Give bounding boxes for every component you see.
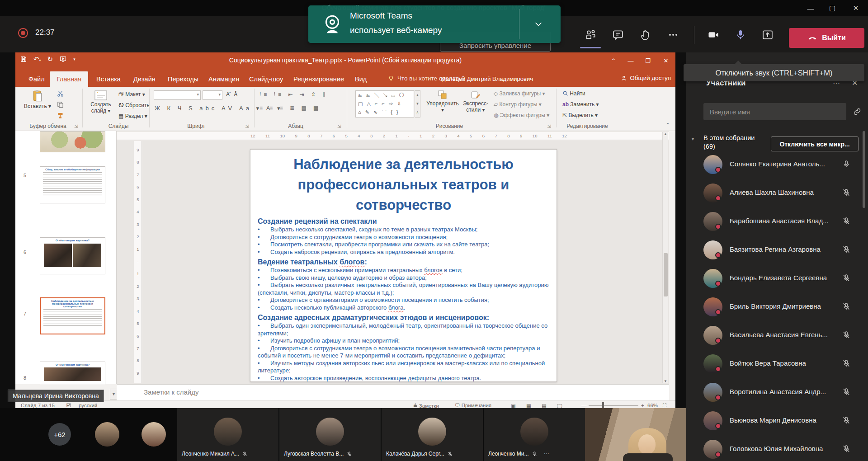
- video-tile[interactable]: Луговская Веолетта В...: [279, 408, 381, 461]
- zoom-out-button[interactable]: —: [581, 403, 587, 408]
- strip-avatar[interactable]: [95, 422, 119, 447]
- paste-button[interactable]: Вставить ▾: [24, 89, 52, 109]
- participant-row[interactable]: Войтюк Вера Тарасовна: [686, 350, 868, 378]
- mic-muted-icon[interactable]: [842, 444, 851, 453]
- align-buttons[interactable]: ≡ ≡ ≡ ≣ ▤ ▦: [259, 105, 321, 111]
- participant-row[interactable]: Васильева Анастасия Евгень...: [686, 321, 868, 350]
- font-dialog-launcher[interactable]: ⇲: [245, 124, 249, 129]
- slide-canvas[interactable]: Наблюдение за деятельностью профессионал…: [250, 149, 557, 382]
- participant-row[interactable]: Головкова Юлия Михайловна: [686, 435, 868, 461]
- status-language[interactable]: русский: [79, 403, 97, 408]
- copy-icon[interactable]: [57, 101, 64, 108]
- participant-row[interactable]: Барабошина Анастасия Влад...: [686, 207, 868, 236]
- horizontal-ruler[interactable]: 121110987654321·123456789101112: [117, 132, 669, 140]
- window-maximize-button[interactable]: ▢: [825, 2, 840, 14]
- layout-button[interactable]: 🗇 Макет ▾: [118, 91, 145, 98]
- thumbnail-slide6[interactable]: О чём говорит картинка?: [40, 237, 105, 274]
- tile-more-icon[interactable]: ⋯: [544, 451, 549, 457]
- drawing-dialog-launcher[interactable]: ⇲: [547, 124, 551, 129]
- list-buttons[interactable]: ⁞≡ ⁞≡ ⇤ ⇥ ⇕ ⫼: [259, 91, 328, 98]
- quick-styles-button[interactable]: Экспресс-стили ▾: [461, 89, 490, 113]
- mic-muted-icon[interactable]: [842, 416, 851, 425]
- section-button[interactable]: ▤ Раздел ▾: [118, 113, 147, 119]
- tab-slideshow[interactable]: Слайд-шоу: [242, 71, 290, 87]
- tab-transitions[interactable]: Переходы: [161, 71, 205, 87]
- mic-muted-icon[interactable]: [842, 216, 851, 226]
- mic-muted-icon[interactable]: [842, 302, 851, 311]
- participant-row[interactable]: Алиева Шахла Шахиновна: [686, 179, 868, 207]
- participant-row[interactable]: Солянко Екатерина Анатоль...: [686, 151, 868, 179]
- replace-button[interactable]: ab Заменить ▾: [562, 101, 599, 108]
- strip-avatar[interactable]: [142, 422, 166, 447]
- cut-icon[interactable]: [57, 90, 64, 97]
- vertical-ruler[interactable]: 987654321·123456789: [134, 141, 142, 383]
- mic-muted-icon[interactable]: [842, 387, 851, 396]
- video-tile[interactable]: Калачёва Дарья Серг...: [382, 408, 483, 461]
- font-name-combo[interactable]: [154, 90, 201, 100]
- find-button[interactable]: Найти: [562, 90, 585, 97]
- toast-chevron-down-icon[interactable]: [533, 19, 544, 29]
- mic-muted-icon[interactable]: [842, 273, 851, 282]
- shapes-gallery[interactable]: ⎁ ⎁ ╲ ↘ ▭ ◯ ▢ △ ⌐ ⌐ ⇨ ⇩ ⌂ ✎ ∿ ⌒ { }: [355, 90, 414, 118]
- participant-row[interactable]: Вьюнова Мария Денисовна: [686, 407, 868, 435]
- tab-home[interactable]: Главная: [50, 71, 88, 87]
- ppt-minimize-button[interactable]: —: [623, 52, 638, 69]
- status-comments-button[interactable]: 🗩 Примечания: [455, 403, 491, 408]
- zoom-slider-thumb[interactable]: [602, 402, 604, 408]
- shape-effects-button[interactable]: ◍ Эффекты фигуры ▾: [494, 112, 549, 118]
- overflow-participants-badge[interactable]: +62: [48, 423, 71, 446]
- slide-vertical-scrollbar[interactable]: ▲ ▼: [662, 132, 668, 383]
- notes-pane[interactable]: Заметки к слайду: [117, 384, 669, 400]
- raise-hand-button[interactable]: [635, 24, 656, 45]
- thumbnail-slide5[interactable]: Сбор, анализ и обобщение информации: [40, 166, 105, 203]
- share-screen-button[interactable]: [757, 24, 778, 45]
- tab-animations[interactable]: Анимация: [202, 71, 246, 87]
- format-painter-icon[interactable]: [57, 112, 64, 119]
- tab-design[interactable]: Дизайн: [127, 71, 162, 87]
- participant-row[interactable]: Бриль Виктория Дмитриевна: [686, 293, 868, 321]
- ribbon-display-options-icon[interactable]: ⌃: [606, 52, 621, 69]
- collapse-ribbon-icon[interactable]: ⌃: [665, 122, 670, 128]
- window-close-button[interactable]: ✕: [848, 2, 863, 14]
- ppt-close-button[interactable]: ✕: [658, 52, 674, 69]
- search-participant-input[interactable]: Введите имя: [703, 103, 846, 120]
- ppt-restore-button[interactable]: ❐: [640, 52, 656, 69]
- scrollbar-thumb[interactable]: [664, 253, 668, 296]
- account-name[interactable]: Мальцев Дмитрий Владимирович: [441, 75, 533, 82]
- mic-muted-icon[interactable]: [842, 188, 851, 197]
- mute-all-button[interactable]: Отключить все микр...: [771, 136, 859, 151]
- video-tile[interactable]: Леонченко Михаил А...: [177, 408, 278, 461]
- reset-button[interactable]: 🗘 Сбросить: [118, 102, 150, 108]
- zoom-in-button[interactable]: +: [641, 403, 644, 408]
- arrange-button[interactable]: Упорядочить ▾: [426, 89, 459, 113]
- window-minimize-button[interactable]: —: [803, 2, 818, 14]
- webcam-video-tile[interactable]: [585, 408, 686, 461]
- leave-meeting-button[interactable]: Выйти: [789, 28, 864, 48]
- mic-muted-icon[interactable]: [842, 359, 851, 368]
- new-slide-button[interactable]: Создатьслайд ▾: [87, 89, 115, 114]
- thumbnail-slide7-selected[interactable]: Наблюдение за деятельностью профессионал…: [40, 297, 105, 334]
- share-button[interactable]: Общий доступ: [621, 75, 671, 81]
- zoom-slider[interactable]: [589, 405, 638, 406]
- font-grow-shrink[interactable]: А̂ А̌: [226, 91, 239, 98]
- participant-row[interactable]: Бондарь Елизавета Сергеевна: [686, 264, 868, 293]
- webcam-toast-notification[interactable]: Microsoft Teams использует веб-камеру: [308, 5, 561, 43]
- more-options-button[interactable]: [663, 24, 684, 45]
- shapes-gallery-scroll[interactable]: ▲▼⊼: [415, 90, 420, 118]
- participants-scrollbar-thumb[interactable]: [863, 131, 865, 208]
- camera-button[interactable]: [703, 24, 724, 45]
- font-size-combo[interactable]: [203, 90, 222, 100]
- participant-row[interactable]: Баязитова Регина Азгаровна: [686, 236, 868, 264]
- spellcheck-icon[interactable]: 🗹: [66, 403, 71, 408]
- tab-review[interactable]: Рецензирование: [287, 71, 351, 87]
- tab-insert[interactable]: Вставка: [90, 71, 127, 87]
- paragraph-dialog-launcher[interactable]: ⇲: [337, 124, 341, 129]
- thumbnail-slide4-partial[interactable]: [40, 131, 105, 152]
- zoom-percent[interactable]: 66%: [647, 403, 658, 408]
- shape-fill-button[interactable]: ◇ Заливка фигуры ▾: [494, 90, 545, 97]
- section-collapse-chevron[interactable]: ▾: [692, 136, 694, 141]
- thumbnail-slide8-partial[interactable]: О чём говорит картинка?: [40, 362, 105, 384]
- video-tile[interactable]: Леонченко Ми... ⋯: [484, 408, 585, 461]
- microphone-button[interactable]: [730, 24, 751, 45]
- copy-link-icon[interactable]: [853, 107, 862, 116]
